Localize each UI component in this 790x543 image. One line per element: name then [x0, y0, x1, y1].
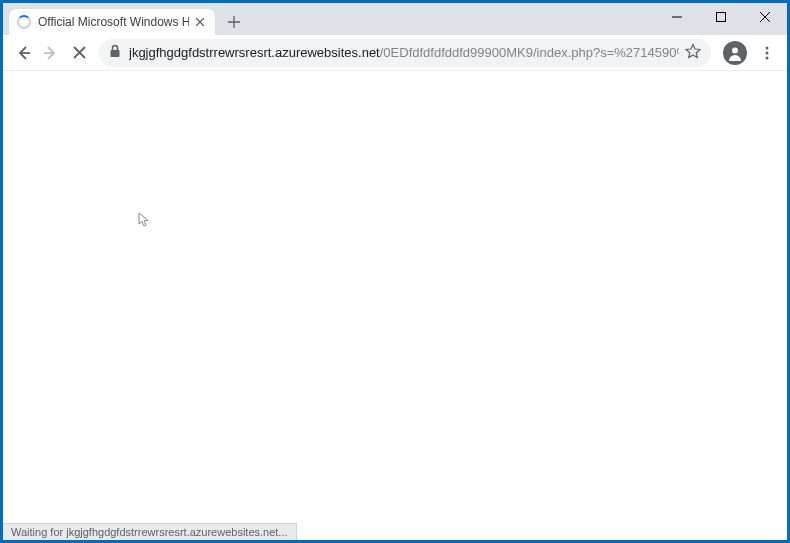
browser-window: Official Microsoft Windows Help — [3, 3, 787, 540]
minimize-button[interactable] — [655, 3, 699, 31]
svg-point-4 — [766, 51, 769, 54]
svg-point-3 — [766, 46, 769, 49]
cursor-icon — [138, 212, 150, 231]
menu-button[interactable] — [753, 39, 781, 67]
toolbar: jkgjgfhgdgfdstrrewrsresrt.azurewebsites.… — [3, 35, 787, 71]
titlebar: Official Microsoft Windows Help — [3, 3, 787, 35]
url-domain: jkgjgfhgdgfdstrrewrsresrt.azurewebsites.… — [129, 45, 380, 60]
page-content: Waiting for jkgjgfhgdgfdstrrewrsresrt.az… — [3, 71, 787, 540]
bookmark-star-icon[interactable] — [685, 43, 701, 63]
loading-spinner-icon — [17, 15, 31, 29]
maximize-button[interactable] — [699, 3, 743, 31]
back-button[interactable] — [9, 39, 37, 67]
svg-point-5 — [766, 56, 769, 59]
url-path: /0EDfdfdfdfddfd99900MK9/index.php?s=%271… — [380, 45, 679, 60]
new-tab-button[interactable] — [221, 9, 247, 35]
status-bar: Waiting for jkgjgfhgdgfdstrrewrsresrt.az… — [3, 523, 297, 540]
stop-button[interactable] — [65, 39, 93, 67]
svg-rect-0 — [717, 13, 726, 22]
url-text: jkgjgfhgdgfdstrrewrsresrt.azurewebsites.… — [129, 45, 679, 60]
window-controls — [655, 3, 787, 31]
tab-title: Official Microsoft Windows Help — [38, 15, 189, 29]
svg-point-2 — [732, 47, 738, 53]
tab-close-button[interactable] — [193, 15, 207, 29]
svg-rect-1 — [111, 50, 120, 57]
address-bar[interactable]: jkgjgfhgdgfdstrrewrsresrt.azurewebsites.… — [99, 39, 711, 67]
forward-button[interactable] — [37, 39, 65, 67]
close-button[interactable] — [743, 3, 787, 31]
lock-icon — [109, 44, 121, 62]
browser-tab[interactable]: Official Microsoft Windows Help — [9, 9, 215, 35]
profile-avatar[interactable] — [723, 41, 747, 65]
